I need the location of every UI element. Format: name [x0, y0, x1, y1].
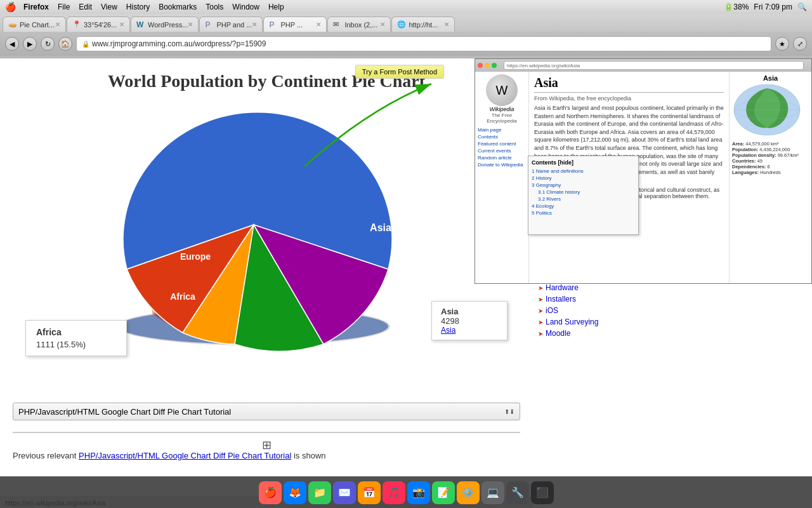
wiki-nav-mainpage[interactable]: Main page	[478, 126, 526, 133]
tab-coords[interactable]: 📍 33°54'26... ✕	[67, 17, 130, 32]
dock-terminal[interactable]: 💻	[481, 481, 504, 504]
tab-close-5[interactable]: ✕	[316, 21, 321, 28]
menu-bookmarks[interactable]: Bookmarks	[159, 3, 197, 11]
dock-settings[interactable]: ⚙️	[457, 481, 480, 504]
category-label: Hardware	[546, 283, 579, 292]
dock-photos[interactable]: 📸	[407, 481, 430, 504]
africa-tooltip: Africa 1111 (15.5%)	[25, 320, 127, 356]
tab-close-2[interactable]: ✕	[119, 21, 124, 28]
category-arrow-icon: ➤	[538, 284, 543, 291]
wiki-tagline: The Free Encyclopedia	[478, 112, 526, 124]
tab-wordpress[interactable]: W WordPress... ✕	[131, 17, 199, 32]
bg-close-btn[interactable]	[478, 63, 483, 68]
tab-http[interactable]: 🌐 http://ht... ✕	[391, 17, 455, 32]
dock-calendar[interactable]: 📅	[358, 481, 381, 504]
dock-mail[interactable]: ✉️	[333, 481, 356, 504]
wiki-content-item-3-2[interactable]: 3.2 Rivers	[532, 196, 635, 203]
menu-firefox[interactable]: Firefox	[23, 3, 49, 11]
dock-finder[interactable]: 🍎	[259, 481, 282, 504]
search-icon[interactable]: 🔍	[797, 3, 807, 11]
dock-notes[interactable]: 📝	[432, 481, 455, 504]
tab-php-active[interactable]: P PHP ... ✕	[263, 17, 327, 32]
mac-dock: 🍎 🦊 📁 ✉️ 📅 🎵 📸 📝 ⚙️ 💻 🔧 ⬛	[0, 476, 812, 508]
reload-button[interactable]: ↻	[41, 37, 55, 51]
back-button[interactable]: ◀	[5, 37, 19, 51]
wiki-nav-contents[interactable]: Contents	[478, 133, 526, 140]
url-bar[interactable]: 🔒 www.rjmprogramming.com.au/wordpress/?p…	[76, 36, 771, 51]
wiki-content-item-4[interactable]: 4 Ecology	[532, 203, 635, 210]
tab-favicon-7: 🌐	[397, 20, 406, 29]
apple-icon[interactable]: 🍎	[5, 2, 16, 12]
bookmark-button[interactable]: ★	[775, 37, 789, 51]
tab-label-6: Inbox (2,...	[344, 21, 377, 29]
wiki-content-item-3-1[interactable]: 3.1 Climate history	[532, 189, 635, 196]
pie-chart-svg-area: Asia Africa Europe Africa 1111 (15.5%) A…	[13, 98, 520, 390]
bg-url-bar[interactable]: https://en.wikipedia.org/wiki/Asia	[504, 61, 804, 70]
bg-max-btn[interactable]	[492, 63, 497, 68]
category-arrow-icon: ➤	[538, 296, 543, 303]
bg-min-btn[interactable]	[485, 63, 490, 68]
wiki-content-item-1[interactable]: 1 Name and definitions	[532, 168, 635, 175]
category-item[interactable]: ➤Land Surveying	[538, 316, 807, 328]
tab-label-5: PHP ...	[280, 21, 303, 29]
tab-close-6[interactable]: ✕	[380, 21, 385, 28]
tab-pie-chart[interactable]: 🥧 Pie Chart... ✕	[3, 17, 66, 32]
dock-music[interactable]: 🎵	[383, 481, 405, 504]
tutorial-select[interactable]: PHP/Javascript/HTML Google Chart Diff Pi…	[13, 403, 520, 420]
dock-browser[interactable]: 🦊	[284, 481, 306, 504]
home-button[interactable]: 🏠	[58, 37, 72, 51]
wiki-content-item-3[interactable]: 3 Geography	[532, 182, 635, 189]
bottom-link[interactable]: PHP/Javascript/HTML Google Chart Diff Pi…	[79, 451, 291, 460]
asia-tooltip-link[interactable]: Asia	[441, 326, 498, 335]
url-lock-icon: 🔒	[82, 41, 89, 48]
mac-menu-bar: 🍎 Firefox File Edit View History Bookmar…	[0, 0, 812, 14]
tab-close-7[interactable]: ✕	[444, 21, 449, 28]
wiki-globe-svg	[732, 83, 802, 137]
resize-button[interactable]: ⤢	[793, 37, 807, 51]
menu-help[interactable]: Help	[268, 3, 284, 11]
dock-more[interactable]: ⬛	[531, 481, 554, 504]
tab-close-1[interactable]: ✕	[55, 21, 60, 28]
europe-label: Europe	[180, 251, 211, 262]
wiki-content-item-5[interactable]: 5 Politics	[532, 210, 635, 217]
menu-history[interactable]: History	[126, 3, 150, 11]
tab-close-3[interactable]: ✕	[188, 21, 193, 28]
wiki-nav-donate[interactable]: Donate to Wikipedia	[478, 161, 526, 168]
wiki-nav-current[interactable]: Current events	[478, 147, 526, 154]
category-item[interactable]: ➤Installers	[538, 293, 807, 305]
wiki-contents-title: Contents [hide]	[532, 159, 635, 166]
menu-view[interactable]: View	[101, 3, 117, 11]
tab-label-2: 33°54'26...	[84, 21, 117, 29]
wiki-right-panel: Asia Area: 44,579,000 km² Population: 4,…	[729, 72, 811, 283]
tab-close-4[interactable]: ✕	[252, 21, 257, 28]
select-arrow-icon: ⬆⬇	[504, 408, 514, 415]
category-label: Moodle	[546, 329, 570, 338]
wiki-content-item-2[interactable]: 2 History	[532, 175, 635, 182]
forward-button[interactable]: ▶	[23, 37, 37, 51]
wiki-content: W Wikipedia The Free Encyclopedia Main p…	[475, 72, 811, 283]
dock-files[interactable]: 📁	[308, 481, 331, 504]
wiki-nav-featured[interactable]: Featured content	[478, 140, 526, 147]
battery-icon: 🔋38%	[724, 3, 749, 11]
browser-chrome: 🥧 Pie Chart... ✕ 📍 33°54'26... ✕ W WordP…	[0, 14, 812, 58]
category-arrow-icon: ➤	[538, 319, 543, 326]
tab-php-and[interactable]: P PHP and ... ✕	[199, 17, 263, 32]
asia-label: Asia	[370, 222, 391, 233]
menu-file[interactable]: File	[58, 3, 70, 11]
dock-utilities[interactable]: 🔧	[506, 481, 529, 504]
menu-tools[interactable]: Tools	[206, 3, 223, 11]
category-arrow-icon: ➤	[538, 330, 543, 337]
menu-window[interactable]: Window	[232, 3, 259, 11]
category-item[interactable]: ➤iOS	[538, 305, 807, 316]
form-post-button[interactable]: Try a Form Post Method	[355, 65, 444, 79]
tab-inbox[interactable]: ✉ Inbox (2,... ✕	[327, 17, 391, 32]
category-label: Land Surveying	[546, 318, 598, 326]
chart-title: World Population by Continent Pie Chart	[13, 71, 520, 91]
category-item[interactable]: ➤Moodle	[538, 328, 807, 339]
tab-favicon-3: W	[136, 20, 145, 29]
wiki-nav-links: Main page Contents Featured content Curr…	[478, 126, 526, 168]
tab-label-7: http://ht...	[409, 21, 438, 29]
menu-edit[interactable]: Edit	[79, 3, 92, 11]
wiki-nav-random[interactable]: Random article	[478, 154, 526, 161]
tab-favicon-5: P	[269, 20, 278, 29]
